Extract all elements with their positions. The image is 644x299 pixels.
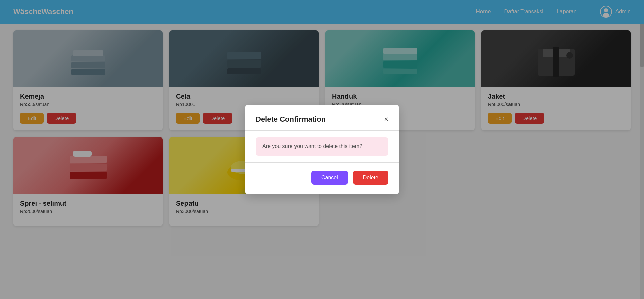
modal-actions: Cancel Delete [256,171,388,185]
modal-overlay[interactable]: Delete Confirmation × Are you sure you w… [0,0,644,233]
modal-close-button[interactable]: × [384,116,388,123]
modal-delete-button[interactable]: Delete [353,171,388,185]
modal-cancel-button[interactable]: Cancel [311,171,348,185]
modal-divider-top [245,130,399,131]
modal-header: Delete Confirmation × [256,115,388,124]
delete-confirmation-modal: Delete Confirmation × Are you sure you w… [245,105,399,194]
modal-message-text: Are you sure you want to delete this ite… [262,143,362,149]
modal-title: Delete Confirmation [256,115,326,124]
modal-divider-bottom [245,162,399,163]
modal-message-box: Are you sure you want to delete this ite… [256,137,388,156]
